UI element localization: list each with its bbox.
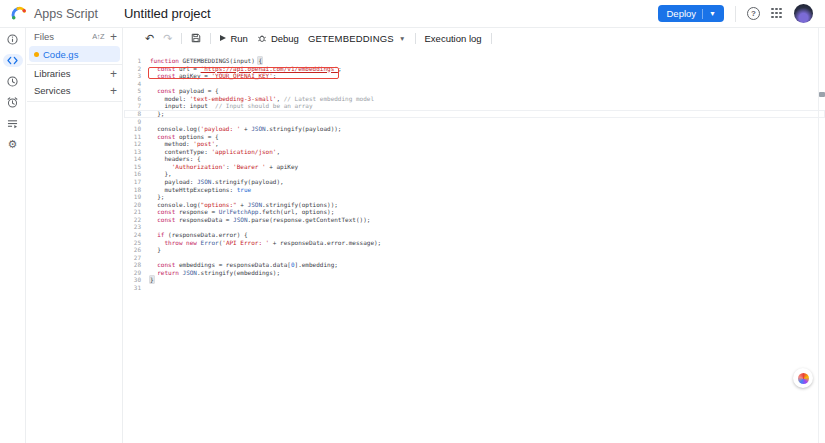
line-number: 3 (124, 72, 141, 80)
code-line[interactable]: 27 (124, 254, 825, 262)
code-line-content: const response = UrlFetchApp.fetch(url, … (141, 208, 334, 216)
nav-editor[interactable] (3, 54, 23, 67)
playlist-play-icon (7, 119, 18, 129)
code-line[interactable]: 24 if (responseData.error) { (124, 231, 825, 239)
code-line[interactable]: 12 method: 'post', (124, 140, 825, 148)
nav-project-settings[interactable]: ⚙ (3, 138, 23, 151)
code-icon (7, 56, 18, 65)
editor-toolbar: ↶ ↷ Run D (124, 28, 825, 48)
debug-button[interactable]: Debug (257, 33, 299, 44)
line-number: 2 (124, 65, 141, 73)
line-number: 30 (124, 276, 141, 284)
line-number: 17 (124, 178, 141, 186)
line-number: 28 (124, 261, 141, 269)
code-line[interactable]: 8 }; (124, 110, 825, 118)
file-item-codegs[interactable]: Code.gs (29, 46, 120, 62)
bug-icon (257, 33, 267, 43)
line-number: 29 (124, 269, 141, 277)
project-title[interactable]: Untitled project (124, 6, 211, 21)
sidebar-item-libraries[interactable]: Libraries + (27, 65, 122, 82)
files-panel: Files A↑Z + Code.gs Libraries + Services… (27, 28, 123, 443)
code-line[interactable]: 29 return JSON.stringify(embeddings); (124, 269, 825, 277)
code-line[interactable]: 21 const response = UrlFetchApp.fetch(ur… (124, 208, 825, 216)
app-name[interactable]: Apps Script (34, 7, 98, 21)
services-label: Services (34, 85, 110, 96)
code-line[interactable]: 1function GETEMBEDDINGS(input) { (124, 57, 825, 65)
redo-icon[interactable]: ↷ (163, 33, 172, 44)
code-line[interactable]: 16 }, (124, 170, 825, 178)
code-line[interactable]: 18 muteHttpExceptions: true (124, 186, 825, 194)
info-icon (7, 34, 18, 45)
function-selector-dropdown[interactable]: GETEMBEDDINGS ▼ (308, 33, 406, 44)
code-line[interactable]: 10 console.log('payload: ' + JSON.string… (124, 125, 825, 133)
code-line-content: method: 'post', (141, 140, 219, 148)
editor-pane: ↶ ↷ Run D (124, 28, 825, 443)
code-line[interactable]: 23 (124, 223, 825, 231)
code-line-content: function GETEMBEDDINGS(input) { (141, 57, 262, 65)
editor-scrollbar[interactable] (818, 28, 825, 443)
code-line[interactable]: 14 headers: { (124, 155, 825, 163)
deploy-button[interactable]: Deploy ▼ (658, 5, 724, 22)
add-file-button[interactable]: + (110, 31, 117, 43)
panel-divider (27, 101, 122, 102)
play-icon (220, 35, 226, 41)
add-service-button[interactable]: + (110, 85, 117, 97)
extension-floating-button[interactable] (793, 368, 813, 388)
user-avatar[interactable] (794, 4, 813, 23)
run-button[interactable]: Run (220, 33, 247, 44)
nav-project-history[interactable] (3, 75, 23, 88)
save-icon[interactable] (191, 33, 201, 43)
code-line[interactable]: 25 throw new Error('API Error: ' + respo… (124, 239, 825, 247)
apps-grid-icon[interactable] (771, 8, 783, 20)
code-line-content: }; (141, 110, 164, 118)
code-line[interactable]: 11 const options = { (124, 133, 825, 141)
header-divider (735, 6, 736, 22)
sidebar-item-services[interactable]: Services + (27, 82, 122, 99)
toolbar-divider (210, 33, 211, 44)
nav-overview[interactable] (3, 33, 23, 46)
line-number: 8 (124, 110, 141, 118)
toolbar-divider (491, 33, 492, 44)
undo-icon[interactable]: ↶ (145, 33, 154, 44)
code-line-content (141, 80, 150, 88)
code-line-content: if (responseData.error) { (141, 231, 248, 239)
code-line[interactable]: 30} (124, 276, 825, 284)
line-number: 9 (124, 118, 141, 126)
toolbar-divider (415, 33, 416, 44)
code-line-content (141, 284, 150, 292)
code-line-content: headers: { (141, 155, 201, 163)
help-icon[interactable]: ? (747, 7, 760, 20)
code-editor[interactable]: 1function GETEMBEDDINGS(input) {2 const … (124, 48, 825, 291)
code-line-content: 'Authorization': 'Bearer ' + apiKey (141, 163, 298, 171)
code-line-content: const payload = { (141, 87, 219, 95)
code-line[interactable]: 17 payload: JSON.stringify(payload), (124, 178, 825, 186)
line-number: 13 (124, 148, 141, 156)
code-line-content: } (141, 246, 161, 254)
line-number: 10 (124, 125, 141, 133)
clock-icon (7, 76, 18, 87)
code-line[interactable]: 6 model: 'text-embedding-3-small', // La… (124, 95, 825, 103)
code-line[interactable]: 4 (124, 80, 825, 88)
code-line-content: muteHttpExceptions: true (141, 186, 251, 194)
code-line[interactable]: 15 'Authorization': 'Bearer ' + apiKey (124, 163, 825, 171)
code-line-content: }; (141, 193, 164, 201)
code-line[interactable]: 20 console.log("options:" + JSON.stringi… (124, 201, 825, 209)
code-line[interactable]: 13 contentType: 'application/json', (124, 148, 825, 156)
libraries-label: Libraries (34, 68, 110, 79)
code-line[interactable]: 3 const apiKey = 'YOUR_OPENAI_KEY'; (124, 72, 825, 80)
code-line[interactable]: 2 const url = 'https://api.openai.com/v1… (124, 65, 825, 73)
code-line[interactable]: 19 }; (124, 193, 825, 201)
nav-executions[interactable] (3, 117, 23, 130)
scrollbar-position-mark (819, 92, 825, 97)
code-line[interactable]: 7 input: input // Input should be an arr… (124, 102, 825, 110)
code-line[interactable]: 28 const embeddings = responseData.data[… (124, 261, 825, 269)
code-line[interactable]: 31 (124, 284, 825, 292)
code-line[interactable]: 26 } (124, 246, 825, 254)
execution-log-button[interactable]: Execution log (425, 33, 482, 44)
sort-az-icon[interactable]: A↑Z (92, 32, 104, 41)
add-library-button[interactable]: + (110, 68, 117, 80)
nav-triggers[interactable] (3, 96, 23, 109)
code-line[interactable]: 5 const payload = { (124, 87, 825, 95)
code-line[interactable]: 9 (124, 118, 825, 126)
code-line[interactable]: 22 const responseData = JSON.parse(respo… (124, 216, 825, 224)
